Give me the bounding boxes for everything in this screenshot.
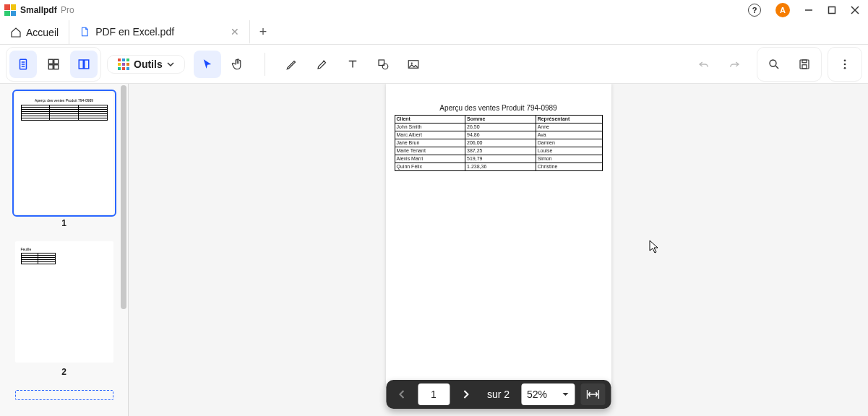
table-row: Marie Tenant387,25Louise (395, 147, 602, 155)
table-row: John Smith26,50Anne (395, 124, 602, 131)
tab-home[interactable]: Accueil (0, 20, 69, 44)
single-page-view-button[interactable] (9, 51, 37, 78)
toolbar: Outils (0, 45, 868, 84)
zoom-value: 52% (527, 389, 547, 400)
document-icon (80, 26, 90, 38)
grid-view-button[interactable] (40, 51, 67, 78)
thumbnail-page-1[interactable]: Aperçu des ventes Produit 794-0989 (15, 92, 113, 214)
chevron-down-icon (562, 391, 569, 398)
svg-rect-11 (54, 64, 59, 69)
close-button[interactable] (851, 6, 859, 14)
cursor-icon (649, 240, 661, 254)
tabs-bar: Accueil PDF en Excel.pdf ✕ + (0, 20, 868, 45)
app-title: Smallpdf Pro (20, 5, 74, 15)
svg-rect-10 (48, 64, 53, 69)
header-client: Client (395, 116, 465, 124)
maximize-button[interactable] (828, 6, 836, 14)
svg-point-24 (844, 63, 846, 65)
history-group (687, 48, 751, 81)
app-name: Smallpdf (20, 5, 57, 15)
header-somme: Somme (465, 116, 536, 124)
shape-tool-button[interactable] (369, 51, 397, 78)
svg-point-17 (411, 62, 412, 64)
image-tool-button[interactable] (400, 51, 427, 78)
select-tool-button[interactable] (194, 51, 221, 78)
app-logo-icon (4, 4, 16, 16)
text-tool-button[interactable] (339, 51, 366, 78)
table-row: Marc Albert94,86Ava (395, 131, 602, 139)
page-input[interactable]: 1 (418, 384, 450, 405)
tools-label: Outils (134, 58, 163, 70)
title-bar: Smallpdf Pro ? A (0, 0, 868, 20)
main-area: Aperçu des ventes Produit 794-0989 1 Feu… (0, 84, 868, 416)
thumbnail-add-page[interactable] (15, 390, 113, 400)
prev-page-button[interactable] (389, 383, 415, 406)
svg-point-18 (770, 60, 776, 66)
fit-width-button[interactable] (580, 384, 605, 405)
svg-line-19 (775, 66, 778, 69)
search-group (757, 47, 822, 82)
pan-tool-button[interactable] (224, 51, 252, 78)
save-button[interactable] (791, 51, 818, 78)
search-button[interactable] (760, 51, 788, 78)
sidebar-scrollbar[interactable] (121, 85, 126, 309)
page-total-label: sur 2 (478, 389, 518, 400)
next-page-button[interactable] (452, 383, 478, 406)
pencil-tool-button[interactable] (278, 51, 306, 78)
tab-close-button[interactable]: ✕ (231, 26, 239, 38)
view-mode-group (6, 47, 101, 82)
table-row: Quinn Félix1.238,36Christine (395, 163, 602, 171)
svg-rect-22 (802, 64, 807, 68)
svg-rect-13 (85, 60, 89, 69)
table-header-row: Client Somme Représentant (395, 116, 602, 124)
data-table: Client Somme Représentant John Smith26,5… (395, 115, 603, 171)
svg-point-15 (382, 64, 388, 69)
new-tab-button[interactable]: + (250, 20, 276, 44)
zoom-select[interactable]: 52% (521, 384, 575, 405)
tab-file-label: PDF en Excel.pdf (95, 26, 174, 38)
current-page: 1 (431, 389, 437, 400)
more-group (828, 47, 862, 82)
page-1: Aperçu des ventes Produit 794-0989 Clien… (386, 84, 611, 387)
home-icon (10, 27, 22, 38)
tools-grid-icon (118, 58, 129, 70)
svg-rect-9 (54, 59, 59, 64)
divider (265, 53, 265, 76)
dropdown-icon (167, 61, 174, 68)
app-edition: Pro (61, 5, 74, 15)
annotate-group (275, 48, 430, 81)
thumbnail-label-2: 2 (7, 367, 121, 377)
header-rep: Représentant (536, 116, 602, 124)
avatar[interactable]: A (775, 3, 790, 17)
document-viewer[interactable]: Aperçu des ventes Produit 794-0989 Clien… (129, 84, 868, 416)
thumbnail-sidebar: Aperçu des ventes Produit 794-0989 1 Feu… (0, 84, 129, 416)
document-title: Aperçu des ventes Produit 794-0989 (395, 104, 603, 112)
help-icon[interactable]: ? (748, 4, 761, 17)
double-page-view-button[interactable] (70, 51, 98, 78)
table-row: Alexis Marri519,79Simon (395, 155, 602, 163)
more-menu-button[interactable] (831, 51, 859, 78)
redo-button[interactable] (721, 51, 748, 78)
thumbnail-label-1: 1 (7, 218, 121, 228)
svg-rect-1 (829, 7, 835, 14)
highlighter-tool-button[interactable] (309, 51, 336, 78)
page-navigator: 1 sur 2 52% (386, 380, 611, 409)
svg-rect-21 (802, 60, 807, 63)
svg-point-23 (844, 59, 846, 61)
tab-home-label: Accueil (26, 27, 59, 38)
pointer-group (191, 48, 254, 81)
table-row: Jane Brun206,00Damien (395, 139, 602, 147)
minimize-button[interactable] (804, 6, 813, 14)
svg-point-25 (844, 66, 846, 69)
tools-menu-group: Outils (107, 55, 185, 74)
svg-rect-20 (800, 60, 809, 69)
undo-button[interactable] (690, 51, 718, 78)
thumbnail-page-2[interactable]: Feuille (15, 241, 113, 363)
svg-rect-8 (48, 59, 53, 64)
svg-rect-12 (79, 60, 83, 69)
tab-file[interactable]: PDF en Excel.pdf ✕ (69, 20, 250, 44)
tools-button[interactable]: Outils (111, 58, 181, 70)
